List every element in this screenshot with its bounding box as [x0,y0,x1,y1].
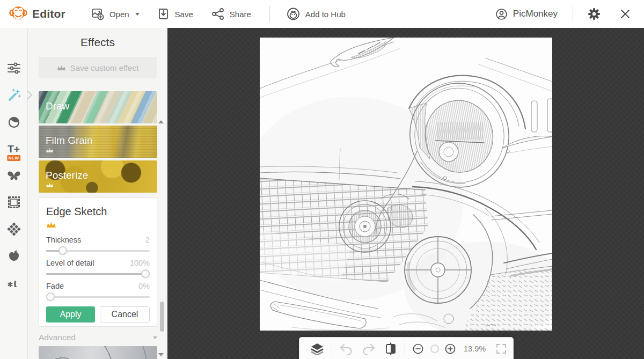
butterfly-icon [6,169,21,182]
share-icon [211,8,225,20]
effects-panel: Effects Save custom effect Draw Film Gra… [28,28,167,359]
thickness-slider[interactable] [46,246,150,255]
crown-icon [46,180,54,190]
sidebar-item-textures[interactable] [0,216,28,243]
sidebar-item-effects[interactable] [0,82,28,108]
detail-label: Level of detail [46,259,94,267]
advanced-label: Advanced [39,333,76,342]
zoom-slider[interactable] [430,345,438,353]
effect-label: Posterize [46,170,88,181]
edge-sketch-title: Edge Sketch [46,206,150,218]
chevron-down-icon [153,336,157,339]
fade-slider[interactable] [46,292,150,301]
active-panel-notch [26,90,33,100]
svg-text:t: t [13,277,17,289]
fade-slider-row: Fade 0% [46,282,150,301]
topbar: Editor Open Save [0,0,644,28]
effect-thumbnail-draw[interactable]: Draw [39,91,157,123]
effect-thumbnail-partial[interactable] [39,346,157,359]
effect-thumbnail-posterize[interactable]: Posterize [39,160,157,193]
zoom-in-icon[interactable] [440,343,460,355]
effect-label: Film Grain [46,135,93,146]
texture-icon [7,222,21,236]
new-badge: NEW [7,155,21,161]
magic-wand-icon [6,87,21,102]
slider-fill [46,273,150,275]
sidebar-item-text[interactable]: T+ NEW [0,135,28,162]
panel-title: Effects [28,28,167,49]
settings-gear-icon[interactable] [583,7,605,21]
topbar-divider [269,6,270,22]
thickness-slider-handle[interactable] [58,246,67,255]
sliders-icon [7,62,21,75]
fade-label: Fade [46,282,64,290]
sidebar-item-themes[interactable]: t [0,269,28,296]
user-avatar-icon [495,8,508,21]
undo-icon[interactable] [335,343,357,355]
sidebar-item-apple-theme[interactable] [0,243,28,269]
add-to-hub-label: Add to Hub [305,10,346,19]
save-custom-effect-label: Save custom effect [70,63,138,72]
sidebar-item-basic-edits[interactable] [0,55,28,82]
layers-icon[interactable] [306,342,328,355]
canvas-toolbar: 13.9% [299,337,514,359]
brand[interactable]: Editor [9,4,65,24]
scroll-down-arrow[interactable] [158,353,164,356]
save-custom-effect-button[interactable]: Save custom effect [39,57,157,78]
share-label: Share [230,10,251,19]
compare-original-icon[interactable] [380,342,401,356]
cancel-button[interactable]: Cancel [100,306,150,323]
apply-button[interactable]: Apply [46,306,95,323]
redo-icon[interactable] [357,343,380,355]
app-title: Editor [32,8,65,20]
open-label: Open [109,10,129,19]
sidebar-item-overlays[interactable] [0,162,28,189]
thickness-label: Thickness [46,236,81,244]
crown-icon [46,145,54,155]
detail-slider-handle[interactable] [141,269,150,278]
save-label: Save [175,10,193,19]
zoom-out-icon[interactable] [408,343,428,355]
add-to-hub-button[interactable]: Add to Hub [286,7,346,21]
topbar-divider [573,6,573,22]
sidebar-item-frames[interactable] [0,189,28,216]
thickness-value: 2 [145,236,150,244]
text-tool-icon: T+ [8,144,20,154]
save-icon [158,8,170,20]
edge-sketch-card: Edge Sketch Thickness 2 L [39,197,157,327]
scroll-up-arrow[interactable] [158,120,164,123]
fade-value: 0% [138,282,150,290]
detail-slider[interactable] [46,269,150,278]
save-button[interactable]: Save [158,8,193,20]
sidebar-item-touch-up[interactable] [0,108,28,135]
effect-thumbnail-film-grain[interactable]: Film Grain [39,126,157,158]
open-button[interactable]: Open [91,8,140,21]
effect-label: Draw [46,100,69,112]
apple-icon [7,249,21,263]
face-icon [7,115,21,129]
advanced-toggle[interactable]: Advanced [39,333,157,342]
detail-slider-row: Level of detail 100% [46,259,150,278]
close-icon[interactable] [615,8,635,20]
canvas-area: 13.9% [167,28,644,359]
premium-crown-icon [46,221,150,230]
picmonkey-logo-icon [9,4,28,24]
zoom-slider-handle[interactable] [430,345,439,353]
fade-slider-handle[interactable] [46,292,55,301]
zoom-level-value: 13.9% [464,345,487,353]
account-button[interactable]: PicMonkey [495,8,558,21]
fullscreen-icon[interactable] [492,343,507,354]
edge-sketch-car-image [260,38,552,331]
chevron-down-icon [135,13,140,16]
tool-sidebar: T+ NEW [0,28,28,359]
detail-value: 100% [130,259,150,267]
frame-icon [7,195,21,209]
hub-monkey-icon [286,7,301,21]
image-artboard[interactable] [260,38,552,331]
share-button[interactable]: Share [211,8,251,20]
slider-fill [46,250,60,252]
panel-scrollbar-thumb[interactable] [160,302,164,332]
thickness-slider-row: Thickness 2 [46,236,150,255]
account-label: PicMonkey [513,9,558,19]
open-image-icon [91,8,105,21]
